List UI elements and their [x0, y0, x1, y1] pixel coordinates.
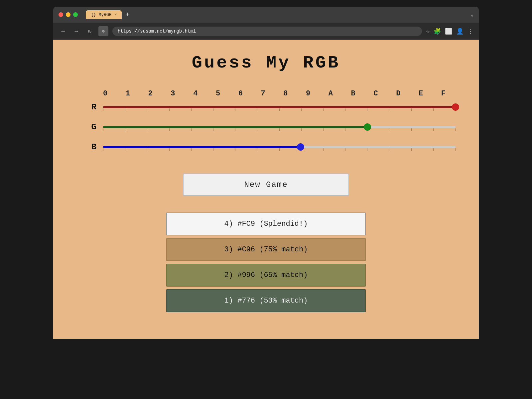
b-slider-fill	[103, 146, 301, 148]
guess-history: 4) #FC9 (Splendid!) 3) #C96 (75% match) …	[166, 212, 366, 312]
b-slider-row: B	[76, 140, 456, 154]
browser-window: () MyRGB × + ⌄ ← → ↻ ⚙ https://susam.net…	[53, 7, 479, 339]
scale-label-8: 8	[283, 89, 288, 98]
tab-title: MyRGB	[98, 12, 111, 17]
b-tick-marks	[103, 148, 456, 151]
g-slider-fill	[103, 126, 367, 128]
g-slider-thumb[interactable]	[364, 123, 371, 131]
b-slider-track	[103, 146, 456, 148]
g-tick-marks	[103, 128, 456, 131]
guess-item-3: 3) #C96 (75% match)	[166, 238, 366, 261]
minimize-traffic-light[interactable]	[66, 12, 70, 17]
b-slider-container[interactable]	[103, 140, 456, 154]
toolbar-icons: ☆ 🧩 ⬜ 👤 ⋮	[426, 28, 473, 35]
tab-close-button[interactable]: ×	[114, 13, 116, 17]
chevron-button[interactable]: ⌄	[471, 12, 473, 18]
page-title: Guess My RGB	[192, 53, 340, 73]
scale-label-b: B	[351, 89, 355, 98]
guess-1-text: 1) #776 (53% match)	[224, 297, 308, 305]
scale-label-d: D	[396, 89, 400, 98]
site-settings-button[interactable]: ⚙	[98, 26, 108, 36]
r-slider-fill	[103, 106, 456, 108]
address-bar[interactable]: https://susam.net/myrgb.html	[112, 27, 422, 36]
guess-3-text: 3) #C96 (75% match)	[224, 245, 308, 254]
page-content: Guess My RGB 0 1 2 3 4 5 6 7 8 9 A B C D…	[53, 40, 479, 339]
slider-section: 0 1 2 3 4 5 6 7 8 9 A B C D E F R	[76, 89, 456, 160]
r-slider-row: R	[76, 100, 456, 114]
titlebar: () MyRGB × + ⌄	[53, 7, 479, 23]
scale-label-c: C	[373, 89, 378, 98]
guess-item-4: 4) #FC9 (Splendid!)	[166, 212, 366, 235]
traffic-lights	[59, 12, 78, 17]
forward-button[interactable]: →	[72, 28, 81, 35]
scale-label-2: 2	[148, 89, 153, 98]
scale-label-a: A	[329, 89, 333, 98]
scale-labels: 0 1 2 3 4 5 6 7 8 9 A B C D E F	[76, 89, 456, 100]
scale-label-7: 7	[261, 89, 265, 98]
scale-label-e: E	[419, 89, 423, 98]
reload-button[interactable]: ↻	[85, 28, 94, 35]
g-slider-container[interactable]	[103, 120, 456, 134]
active-tab[interactable]: () MyRGB ×	[86, 10, 122, 19]
maximize-traffic-light[interactable]	[73, 12, 78, 17]
scale-label-4: 4	[193, 89, 198, 98]
scale-label-6: 6	[238, 89, 243, 98]
browser-toolbar: ← → ↻ ⚙ https://susam.net/myrgb.html ☆ 🧩…	[53, 23, 479, 40]
g-slider-track	[103, 126, 456, 128]
guess-item-2: 2) #996 (65% match)	[166, 264, 366, 287]
new-game-button[interactable]: New Game	[183, 174, 349, 196]
scale-label-f: F	[441, 89, 446, 98]
scale-label-3: 3	[171, 89, 175, 98]
guess-item-1: 1) #776 (53% match)	[166, 289, 366, 312]
scale-label-9: 9	[306, 89, 310, 98]
g-slider-row: G	[76, 120, 456, 134]
new-tab-button[interactable]: +	[123, 10, 132, 19]
back-button[interactable]: ←	[59, 28, 68, 35]
extensions-icon[interactable]: 🧩	[434, 28, 441, 35]
r-tick-marks	[103, 108, 456, 111]
scale-label-5: 5	[216, 89, 220, 98]
tab-icon: ()	[91, 12, 96, 17]
tab-bar: () MyRGB × +	[86, 10, 132, 19]
r-slider-thumb[interactable]	[452, 103, 459, 111]
scale-label-0: 0	[103, 89, 107, 98]
r-label: R	[76, 102, 96, 112]
guess-2-text: 2) #996 (65% match)	[224, 271, 308, 279]
g-label: G	[76, 122, 96, 132]
r-slider-track	[103, 106, 456, 108]
guess-4-text: 4) #FC9 (Splendid!)	[224, 220, 308, 228]
menu-icon[interactable]: ⋮	[467, 28, 473, 35]
split-view-icon[interactable]: ⬜	[445, 28, 452, 35]
site-settings-icon: ⚙	[102, 29, 105, 34]
b-slider-thumb[interactable]	[297, 143, 304, 151]
scale-label-1: 1	[126, 89, 130, 98]
profile-icon[interactable]: 👤	[456, 28, 464, 35]
r-slider-container[interactable]	[103, 100, 456, 114]
bookmark-icon[interactable]: ☆	[426, 28, 430, 35]
close-traffic-light[interactable]	[59, 12, 63, 17]
b-label: B	[76, 142, 96, 152]
